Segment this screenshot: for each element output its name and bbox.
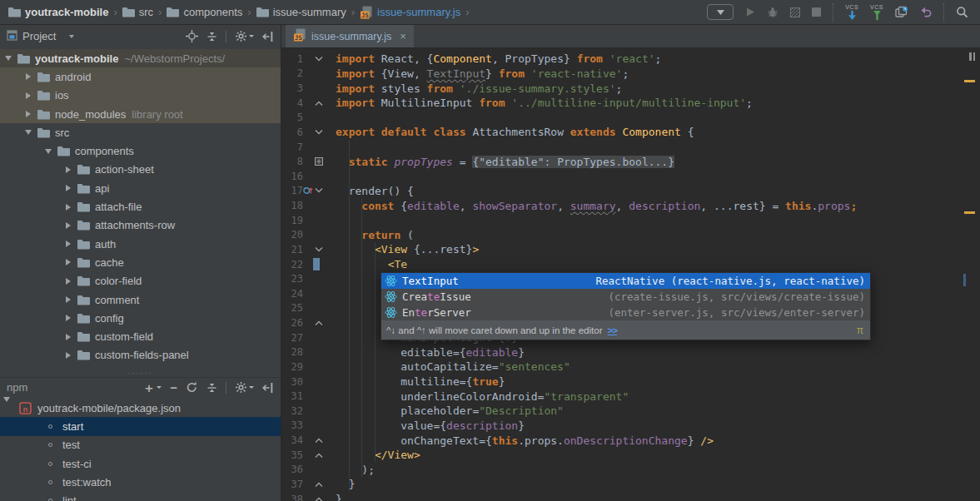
fold-down-icon[interactable] — [315, 129, 323, 135]
editor-tab-issue-summary[interactable]: JS issue-summary.js × — [286, 25, 414, 47]
code-line-36[interactable]: 36 ); — [281, 463, 980, 478]
tree-item-components[interactable]: components — [0, 141, 281, 160]
completion-item-TextInput[interactable]: TextInputReactNative (react-native.js, r… — [381, 273, 870, 289]
breadcrumb-item-issue-summary.js[interactable]: JSissue-summary.js — [360, 6, 460, 19]
code-line-18[interactable]: 18 const {editable, showSeparator, summa… — [281, 198, 980, 213]
stop-button[interactable] — [812, 7, 821, 17]
inspections-indicator-icon[interactable] — [969, 52, 975, 61]
fold-up-icon[interactable] — [315, 320, 323, 326]
tree-item-node_modules[interactable]: node_moduleslibrary root — [0, 105, 281, 123]
vcs-update-button[interactable]: VCS — [845, 4, 858, 21]
stripe-caret-mark[interactable] — [963, 274, 966, 286]
expand-arrow-icon[interactable] — [63, 296, 73, 303]
gutter[interactable] — [303, 433, 336, 448]
gutter[interactable] — [303, 330, 336, 345]
coverage-button[interactable] — [790, 7, 800, 17]
npm-item-test:watch[interactable]: test:watch — [0, 473, 281, 491]
code-line-5[interactable]: 5 — [281, 111, 980, 126]
gutter[interactable] — [303, 125, 336, 140]
code-line-33[interactable]: 33 value={description} — [281, 419, 980, 434]
project-hide-icon[interactable] — [262, 31, 274, 42]
npm-hide-icon[interactable] — [262, 382, 274, 394]
expand-arrow-icon[interactable] — [63, 334, 73, 340]
npm-panel-title[interactable]: npm — [7, 381, 27, 394]
code-line-7[interactable]: 7 — [281, 140, 980, 155]
npm-add-icon[interactable]: ＋ — [142, 382, 162, 394]
local-history-button[interactable] — [895, 6, 908, 18]
tree-item-config[interactable]: config — [0, 309, 281, 327]
tree-item-cache[interactable]: cache — [0, 253, 281, 271]
gutter[interactable] — [303, 184, 336, 199]
gutter[interactable] — [303, 111, 336, 126]
tree-item-custom-field[interactable]: custom-field — [0, 327, 281, 345]
npm-item-test-ci[interactable]: test-ci — [0, 454, 281, 473]
gutter[interactable] — [303, 154, 336, 169]
gutter[interactable] — [303, 96, 336, 111]
gutter[interactable] — [303, 286, 336, 301]
code-line-17[interactable]: 17 render() { — [281, 184, 980, 199]
expand-arrow-icon[interactable] — [63, 315, 73, 321]
code-editor[interactable]: 1import React, {Component, PropTypes} fr… — [281, 48, 980, 501]
breadcrumb-item-youtrack-mobile[interactable]: youtrack-mobile — [8, 6, 108, 18]
fold-down-icon[interactable] — [315, 188, 323, 194]
code-line-31[interactable]: 31 underlineColorAndroid="transparent" — [281, 389, 980, 404]
hint-more-link[interactable]: >> — [607, 325, 616, 335]
gutter[interactable] — [303, 198, 336, 213]
tree-item-auth[interactable]: auth — [0, 235, 281, 253]
chevron-down-icon[interactable] — [69, 35, 74, 38]
close-icon[interactable]: × — [400, 30, 406, 42]
gutter[interactable] — [303, 169, 336, 184]
gutter[interactable] — [303, 213, 336, 228]
code-line-38[interactable]: 38} — [281, 492, 980, 501]
fold-up-icon[interactable] — [315, 100, 323, 106]
tree-item-action-sheet[interactable]: action-sheet — [0, 161, 281, 179]
expand-arrow-icon[interactable] — [63, 166, 73, 173]
override-method-icon[interactable] — [303, 186, 313, 196]
code-line-22[interactable]: 22 <Te — [281, 257, 980, 272]
gutter[interactable] — [303, 477, 336, 492]
fold-up-icon[interactable] — [315, 496, 323, 501]
expand-arrow-icon[interactable] — [23, 73, 33, 80]
code-line-4[interactable]: 4import MultilineInput from '../multilin… — [281, 96, 980, 111]
gutter[interactable] — [303, 52, 336, 67]
gutter[interactable] — [303, 81, 336, 96]
npm-remove-icon[interactable]: − — [170, 382, 177, 394]
tree-item-custom-fields-panel[interactable]: custom-fields-panel — [0, 346, 281, 365]
expand-arrow-icon[interactable] — [63, 222, 73, 229]
expand-arrow-icon[interactable] — [63, 204, 73, 211]
gutter[interactable] — [303, 315, 336, 330]
breadcrumb-item-issue-summary[interactable]: issue-summary — [256, 6, 346, 18]
tree-item-src[interactable]: src — [0, 123, 281, 141]
code-line-8[interactable]: 8 static propTypes = {"editable": PropTy… — [281, 154, 980, 169]
code-line-29[interactable]: 29 autoCapitalize="sentences" — [281, 360, 980, 375]
run-button[interactable] — [745, 7, 755, 17]
expand-arrow-icon[interactable] — [63, 278, 73, 285]
code-line-3[interactable]: 3import styles from './issue-summary.sty… — [281, 81, 980, 96]
collapse-arrow-icon[interactable] — [3, 56, 13, 61]
breadcrumb-item-components[interactable]: components — [167, 6, 242, 18]
gutter[interactable] — [303, 419, 336, 434]
gutter[interactable] — [303, 140, 336, 155]
collapse-arrow-icon[interactable] — [3, 402, 13, 414]
stripe-warning-mark[interactable] — [964, 211, 975, 214]
code-line-37[interactable]: 37 } — [281, 477, 980, 492]
project-gear-icon[interactable] — [235, 30, 254, 42]
npm-item-lint[interactable]: lint — [0, 491, 281, 501]
code-line-20[interactable]: 20 return ( — [281, 228, 980, 243]
code-line-1[interactable]: 1import React, {Component, PropTypes} fr… — [281, 52, 980, 67]
panel-splitter[interactable]: ······ — [0, 369, 281, 377]
fold-down-icon[interactable] — [315, 56, 323, 62]
expand-arrow-icon[interactable] — [23, 92, 33, 99]
expand-arrow-icon[interactable] — [63, 259, 73, 265]
expand-arrow-icon[interactable] — [63, 241, 73, 247]
project-locate-icon[interactable] — [186, 30, 198, 42]
code-line-21[interactable]: 21 <View {...rest}> — [281, 242, 980, 257]
search-everywhere-button[interactable] — [956, 6, 968, 18]
tree-item-attach-file[interactable]: attach-file — [0, 197, 281, 216]
completion-item-EnterServer[interactable]: EnterServer(enter-server.js, src/views/e… — [381, 305, 870, 320]
tree-item-youtrack-mobile[interactable]: youtrack-mobile~/WebstormProjects/ — [0, 49, 281, 67]
debug-button[interactable] — [767, 7, 779, 17]
npm-item-youtrack-mobile/package.json[interactable]: nyoutrack-mobile/package.json — [0, 399, 281, 417]
code-line-34[interactable]: 34 onChangeText={this.props.onDescriptio… — [281, 433, 980, 448]
npm-item-start[interactable]: start — [0, 417, 281, 435]
